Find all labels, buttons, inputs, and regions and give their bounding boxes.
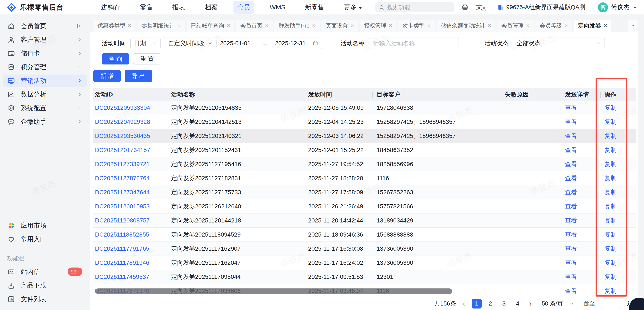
copy-link[interactable]: 复制 bbox=[604, 132, 616, 140]
status-select[interactable]: 全部状态 bbox=[513, 38, 605, 49]
copy-link[interactable]: 复制 bbox=[604, 245, 616, 253]
view-detail-link[interactable]: 查看 bbox=[565, 146, 577, 154]
start-date-value[interactable]: 2025-01-01 bbox=[220, 40, 254, 47]
copy-link[interactable]: 复制 bbox=[604, 202, 616, 210]
nav-menu-item[interactable]: 新零售 bbox=[301, 1, 328, 14]
tab[interactable]: 会员等级 × bbox=[536, 20, 572, 32]
nav-menu-item[interactable]: 更多 bbox=[340, 1, 366, 14]
tab[interactable]: 授权管理 × bbox=[360, 20, 396, 32]
close-icon[interactable]: × bbox=[312, 23, 316, 29]
copy-link[interactable]: 复制 bbox=[604, 259, 616, 267]
tab[interactable]: 次卡类型 × bbox=[398, 20, 435, 32]
copy-link[interactable]: 复制 bbox=[604, 104, 616, 112]
close-icon[interactable]: × bbox=[564, 23, 568, 29]
sidebar-item-member-home[interactable]: 会员首页 bbox=[2, 20, 87, 32]
nav-menu-item[interactable]: 零售 bbox=[136, 1, 157, 14]
close-icon[interactable]: × bbox=[526, 23, 530, 29]
tab[interactable]: 群发助手Pro × bbox=[274, 20, 320, 32]
tab[interactable]: 零售明细统计 × bbox=[137, 20, 185, 32]
close-icon[interactable]: × bbox=[427, 23, 430, 29]
sidebar-item-product-download[interactable]: 产品下载 bbox=[2, 279, 87, 292]
nav-menu-item[interactable]: WMS bbox=[266, 2, 289, 13]
page-button[interactable]: 4 bbox=[513, 299, 522, 308]
view-detail-link[interactable]: 查看 bbox=[565, 231, 577, 239]
activity-id-link[interactable]: DC20251205933304 bbox=[95, 104, 150, 111]
close-icon[interactable]: × bbox=[604, 23, 607, 29]
sidebar-item-stored-value-card[interactable]: 储值卡 bbox=[2, 47, 87, 60]
close-icon[interactable]: × bbox=[350, 23, 354, 29]
tab[interactable]: 会员首页 × bbox=[236, 20, 273, 32]
view-detail-link[interactable]: 查看 bbox=[565, 160, 577, 168]
sidebar-item-marketing-activities[interactable]: 营销活动 bbox=[2, 75, 87, 87]
close-icon[interactable]: × bbox=[177, 23, 181, 29]
sidebar-item-points-management[interactable]: 积分管理 bbox=[2, 61, 87, 73]
tab[interactable]: 定向发券 × bbox=[574, 20, 611, 32]
date-range-picker[interactable]: 自定义时间段 2025-01-01 → 2025-12-31 bbox=[164, 38, 322, 49]
next-page-icon[interactable]: › bbox=[528, 299, 532, 308]
tab[interactable]: 会员管理 × bbox=[497, 20, 534, 32]
tab[interactable]: 已结账单查询 × bbox=[187, 20, 234, 32]
copy-link[interactable]: 复制 bbox=[604, 118, 616, 126]
language-button[interactable]: 文A bbox=[476, 3, 486, 12]
view-detail-link[interactable]: 查看 bbox=[565, 245, 577, 253]
search-box[interactable] bbox=[375, 2, 454, 12]
page-button[interactable]: 1 bbox=[472, 299, 482, 308]
print-button[interactable] bbox=[461, 4, 469, 11]
copy-link[interactable]: 复制 bbox=[604, 287, 616, 295]
view-detail-link[interactable]: 查看 bbox=[565, 216, 577, 225]
view-detail-link[interactable]: 查看 bbox=[565, 104, 577, 112]
add-button[interactable]: 新增 bbox=[93, 70, 121, 82]
copy-link[interactable]: 复制 bbox=[604, 188, 616, 196]
activity-id-link[interactable]: DC20251126015953 bbox=[95, 203, 150, 210]
sidebar-item-favorites[interactable]: 常用入口 bbox=[2, 233, 87, 245]
copy-link[interactable]: 复制 bbox=[604, 231, 616, 239]
view-detail-link[interactable]: 查看 bbox=[565, 259, 577, 267]
activity-id-link[interactable]: DC20251117791765 bbox=[95, 245, 149, 252]
copy-link[interactable]: 复制 bbox=[604, 160, 616, 168]
copy-link[interactable]: 复制 bbox=[604, 146, 616, 154]
view-detail-link[interactable]: 查看 bbox=[565, 287, 577, 295]
close-icon[interactable]: × bbox=[227, 23, 230, 29]
jump-page-input[interactable] bbox=[601, 298, 620, 309]
export-button[interactable]: 导出 bbox=[124, 70, 152, 82]
sidebar-item-customer-management[interactable]: 客户管理 bbox=[2, 34, 87, 46]
close-icon[interactable]: × bbox=[265, 23, 268, 29]
close-icon[interactable]: × bbox=[128, 23, 131, 29]
sidebar-item-data-analysis[interactable]: 数据分析 bbox=[2, 88, 87, 101]
activity-id-link[interactable]: DC20251120808757 bbox=[95, 217, 150, 224]
nav-menu-item[interactable]: 档案 bbox=[201, 1, 222, 14]
activity-id-link[interactable]: DC20251127339721 bbox=[95, 161, 150, 168]
reset-button[interactable]: 重置 bbox=[133, 53, 161, 65]
sidebar-item-system-config[interactable]: 系统配置 bbox=[2, 102, 87, 114]
copy-link[interactable]: 复制 bbox=[604, 174, 616, 182]
page-size-select[interactable]: 50 条/页 bbox=[538, 298, 578, 309]
nav-menu-item[interactable]: 报表 bbox=[168, 1, 189, 14]
horizontal-scrollbar[interactable] bbox=[96, 288, 452, 294]
search-input[interactable] bbox=[387, 4, 450, 11]
sidebar-item-inbox[interactable]: 站内信 99+ bbox=[2, 266, 87, 278]
activity-id-link[interactable]: DC20251118852855 bbox=[95, 231, 149, 238]
copy-link[interactable]: 复制 bbox=[604, 216, 616, 225]
view-detail-link[interactable]: 查看 bbox=[565, 202, 577, 210]
sidebar-item-app-market[interactable]: 应用市场 bbox=[2, 219, 87, 232]
prev-page-icon[interactable]: ‹ bbox=[462, 299, 466, 308]
tab-overflow-button[interactable] bbox=[628, 20, 638, 32]
tab[interactable]: 页面设置 × bbox=[321, 20, 358, 32]
nav-menu-item[interactable]: 进销存 bbox=[97, 1, 124, 14]
query-button[interactable]: 查询 bbox=[102, 53, 129, 65]
close-icon[interactable]: × bbox=[389, 23, 392, 29]
activity-id-link[interactable]: DC20251127878764 bbox=[95, 175, 150, 182]
view-detail-link[interactable]: 查看 bbox=[565, 273, 577, 281]
sidebar-item-wecom-assistant[interactable]: 企微助手 bbox=[2, 116, 87, 128]
page-button[interactable]: 2 bbox=[486, 299, 495, 308]
view-detail-link[interactable]: 查看 bbox=[565, 132, 577, 140]
view-detail-link[interactable]: 查看 bbox=[565, 118, 577, 126]
activity-id-link[interactable]: DC20251127347644 bbox=[95, 189, 150, 196]
user-menu[interactable]: 傅 傅俊杰 bbox=[598, 2, 638, 12]
activity-id-link[interactable]: DC20251203530435 bbox=[95, 133, 150, 139]
tab[interactable]: 优惠券类型 × bbox=[93, 20, 136, 32]
copy-link[interactable]: 复制 bbox=[604, 273, 616, 281]
activity-id-link[interactable]: DC20251204929328 bbox=[95, 119, 150, 125]
tab[interactable]: 储值余额变动统计 × bbox=[436, 20, 496, 32]
time-type-select[interactable]: 日期 bbox=[130, 38, 161, 49]
